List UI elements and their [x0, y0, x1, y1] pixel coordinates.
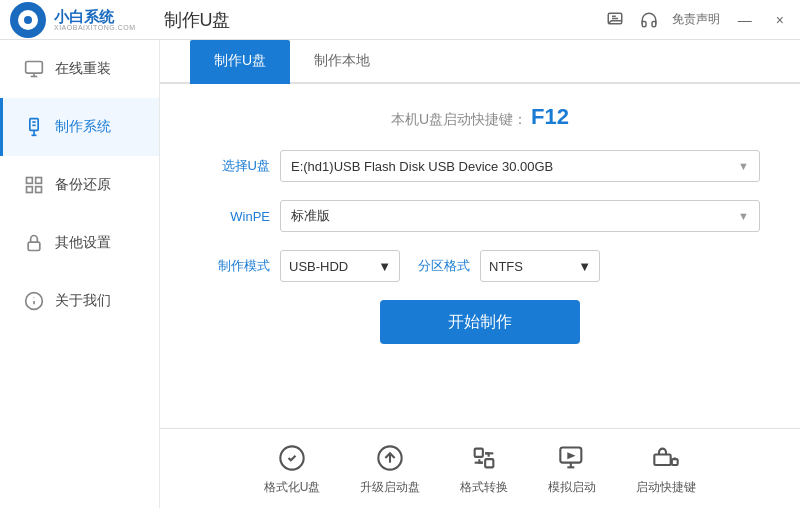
- usb-dropdown-arrow: ▼: [738, 160, 749, 172]
- titlebar: 小白系统 XIAOBAIXITONG.COM 制作U盘 免责声明 — ×: [0, 0, 800, 40]
- winpe-dropdown-arrow: ▼: [738, 210, 749, 222]
- svg-rect-11: [27, 187, 33, 193]
- titlebar-left: 小白系统 XIAOBAIXITONG.COM 制作U盘: [10, 2, 231, 38]
- format-value: NTFS: [489, 259, 523, 274]
- svg-rect-3: [26, 62, 43, 74]
- lock-icon: [23, 232, 45, 254]
- svg-rect-21: [485, 459, 493, 467]
- svg-rect-28: [655, 454, 671, 465]
- titlebar-right: 免责声明 — ×: [604, 9, 790, 31]
- bottom-toolbar: 格式化U盘 升级启动盘: [160, 428, 800, 508]
- sidebar-item-about-us[interactable]: 关于我们: [0, 272, 159, 330]
- tab-bar: 制作U盘 制作本地: [160, 40, 800, 84]
- sidebar-label-online-reinstall: 在线重装: [55, 60, 111, 78]
- toolbar-label-boot-shortcut: 启动快捷键: [636, 479, 696, 496]
- sidebar-label-other-settings: 其他设置: [55, 234, 111, 252]
- toolbar-item-upgrade-boot[interactable]: 升级启动盘: [360, 442, 420, 496]
- svg-rect-20: [475, 448, 483, 456]
- sidebar-label-make-system: 制作系统: [55, 118, 111, 136]
- mode-label: 制作模式: [200, 257, 270, 275]
- disclaimer-link[interactable]: 免责声明: [672, 11, 720, 28]
- logo-en: XIAOBAIXITONG.COM: [54, 24, 136, 31]
- usb-select[interactable]: E:(hd1)USB Flash Disk USB Device 30.00GB…: [280, 150, 760, 182]
- usb-select-row: 选择U盘 E:(hd1)USB Flash Disk USB Device 30…: [200, 150, 760, 182]
- mode-select[interactable]: USB-HDD ▼: [280, 250, 400, 282]
- format-dropdown-arrow: ▼: [578, 259, 591, 274]
- check-circle-icon: [276, 442, 308, 474]
- minimize-button[interactable]: —: [732, 12, 758, 28]
- format-label: 分区格式: [410, 257, 470, 275]
- svg-rect-9: [27, 178, 33, 184]
- sidebar-label-backup-restore: 备份还原: [55, 176, 111, 194]
- winpe-select-row: WinPE 标准版 ▼: [200, 200, 760, 232]
- winpe-label: WinPE: [200, 209, 270, 224]
- page-title: 制作U盘: [164, 8, 231, 32]
- svg-rect-12: [36, 187, 42, 193]
- sidebar: 在线重装 制作系统: [0, 40, 160, 508]
- shortcut-hint: 本机U盘启动快捷键： F12: [200, 104, 760, 130]
- tab-make-local[interactable]: 制作本地: [290, 40, 394, 84]
- format-select[interactable]: NTFS ▼: [480, 250, 600, 282]
- logo-text: 小白系统 XIAOBAIXITONG.COM: [54, 9, 136, 31]
- mode-value: USB-HDD: [289, 259, 348, 274]
- svg-rect-13: [28, 242, 40, 250]
- headset-icon[interactable]: [638, 9, 660, 31]
- shortcut-key: F12: [531, 104, 569, 129]
- toolbar-label-format-usb: 格式化U盘: [264, 479, 321, 496]
- sidebar-item-backup-restore[interactable]: 备份还原: [0, 156, 159, 214]
- main-layout: 在线重装 制作系统: [0, 40, 800, 508]
- swap-icon: [468, 442, 500, 474]
- start-button[interactable]: 开始制作: [380, 300, 580, 344]
- usb-icon: [23, 116, 45, 138]
- mode-format-row: 制作模式 USB-HDD ▼ 分区格式 NTFS ▼: [200, 250, 760, 282]
- monitor-icon: [23, 58, 45, 80]
- form-area: 本机U盘启动快捷键： F12 选择U盘 E:(hd1)USB Flash Dis…: [160, 84, 800, 428]
- toolbar-label-simulate-boot: 模拟启动: [548, 479, 596, 496]
- svg-rect-29: [672, 459, 678, 465]
- usb-value: E:(hd1)USB Flash Disk USB Device 30.00GB: [291, 159, 553, 174]
- sidebar-item-online-reinstall[interactable]: 在线重装: [0, 40, 159, 98]
- sidebar-item-other-settings[interactable]: 其他设置: [0, 214, 159, 272]
- feedback-icon[interactable]: [604, 9, 626, 31]
- monitor-play-icon: [556, 442, 588, 474]
- toolbar-item-simulate-boot[interactable]: 模拟启动: [548, 442, 596, 496]
- shortcut-hint-text: 本机U盘启动快捷键：: [391, 111, 527, 127]
- logo-cn: 小白系统: [54, 9, 136, 24]
- sidebar-item-make-system[interactable]: 制作系统: [0, 98, 159, 156]
- winpe-value: 标准版: [291, 207, 330, 225]
- toolbar-item-boot-shortcut[interactable]: 启动快捷键: [636, 442, 696, 496]
- winpe-select[interactable]: 标准版 ▼: [280, 200, 760, 232]
- svg-rect-10: [36, 178, 42, 184]
- toolbar-label-upgrade-boot: 升级启动盘: [360, 479, 420, 496]
- content-area: 制作U盘 制作本地 本机U盘启动快捷键： F12 选择U盘 E:(hd1)USB…: [160, 40, 800, 508]
- info-icon: [23, 290, 45, 312]
- keyboard-lock-icon: [650, 442, 682, 474]
- app-logo: [10, 2, 46, 38]
- tab-make-usb[interactable]: 制作U盘: [190, 40, 290, 84]
- grid-icon: [23, 174, 45, 196]
- toolbar-item-format-usb[interactable]: 格式化U盘: [264, 442, 321, 496]
- toolbar-item-format-convert[interactable]: 格式转换: [460, 442, 508, 496]
- toolbar-label-format-convert: 格式转换: [460, 479, 508, 496]
- sidebar-label-about-us: 关于我们: [55, 292, 111, 310]
- mode-dropdown-arrow: ▼: [378, 259, 391, 274]
- usb-label: 选择U盘: [200, 157, 270, 175]
- upload-circle-icon: [374, 442, 406, 474]
- close-button[interactable]: ×: [770, 12, 790, 28]
- svg-marker-27: [568, 452, 576, 459]
